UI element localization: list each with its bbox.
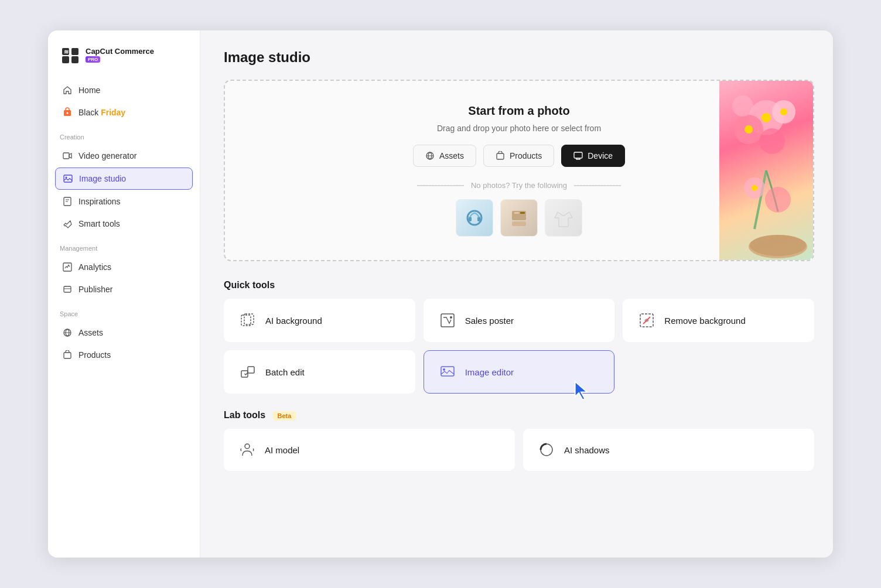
svg-rect-22: [512, 221, 526, 226]
upload-buttons: Assets Products Device: [244, 145, 794, 167]
video-generator-label: Video generator: [78, 151, 136, 160]
image-editor-icon: [438, 363, 457, 381]
svg-rect-21: [520, 212, 525, 214]
inspirations-icon: [62, 196, 73, 207]
publisher-icon: [62, 284, 73, 295]
logo-area: ≋ CapCut Commerce PRO: [48, 45, 200, 80]
sidebar-item-home[interactable]: Home: [55, 80, 193, 101]
svg-text:≋: ≋: [64, 49, 69, 55]
ai-model-icon: [238, 440, 257, 459]
remove-background-label: Remove background: [664, 316, 745, 326]
nav-home-section: Home Black Friday: [48, 80, 200, 124]
assets-btn-label: Assets: [439, 151, 464, 160]
black-friday-text: Black Friday: [78, 108, 125, 117]
assets-icon: [62, 327, 73, 338]
beta-badge: Beta: [273, 411, 296, 421]
smart-tools-icon: [62, 218, 73, 229]
tool-ai-model[interactable]: AI model: [224, 429, 515, 471]
upload-area[interactable]: Start from a photo Drag and drop your ph…: [224, 80, 814, 261]
svg-rect-15: [574, 152, 582, 158]
sidebar-item-black-friday[interactable]: Black Friday: [55, 102, 193, 123]
batch-edit-icon: [238, 363, 257, 381]
device-button[interactable]: Device: [561, 145, 625, 167]
main-content: Image studio Start from a photo Drag and…: [200, 30, 833, 558]
flower-decoration: [719, 81, 813, 260]
products-button[interactable]: Products: [483, 145, 554, 167]
assets-button[interactable]: Assets: [413, 145, 476, 167]
logo-text: CapCut Commerce PRO: [86, 47, 154, 62]
creation-label: Creation: [55, 124, 193, 145]
svg-point-27: [732, 95, 753, 117]
sidebar-item-analytics[interactable]: Analytics: [55, 257, 193, 278]
svg-point-35: [750, 235, 806, 256]
video-generator-icon: [62, 151, 73, 161]
tool-sales-poster[interactable]: Sales poster: [424, 299, 615, 342]
sample-makeup[interactable]: [500, 199, 538, 237]
inspirations-label: Inspirations: [78, 197, 121, 206]
svg-point-28: [762, 113, 771, 122]
ai-background-label: AI background: [265, 316, 322, 326]
svg-rect-44: [441, 367, 454, 376]
sidebar-item-assets[interactable]: Assets: [55, 322, 193, 343]
svg-rect-2: [62, 56, 69, 63]
tool-ai-background[interactable]: AI background: [224, 299, 415, 342]
tool-batch-edit[interactable]: Batch edit: [224, 350, 415, 394]
logo-sub: PRO: [86, 56, 154, 63]
app-container: ≋ CapCut Commerce PRO Home: [48, 30, 833, 558]
svg-point-46: [245, 444, 250, 449]
svg-rect-14: [497, 153, 504, 159]
smart-tools-label: Smart tools: [78, 219, 120, 228]
svg-point-9: [66, 177, 67, 179]
svg-rect-1: [71, 48, 78, 55]
tool-image-editor[interactable]: Image editor: [424, 350, 615, 394]
sidebar-item-products[interactable]: Products: [55, 344, 193, 365]
device-btn-label: Device: [588, 151, 613, 160]
sales-poster-label: Sales poster: [465, 316, 514, 326]
batch-edit-label: Batch edit: [265, 367, 305, 377]
svg-point-45: [443, 368, 445, 371]
upload-title: Start from a photo: [244, 104, 794, 118]
logo-brand: CapCut Commerce: [86, 47, 154, 56]
logo-icon: ≋: [60, 45, 81, 66]
cursor-indicator: [572, 380, 590, 401]
home-icon: [62, 85, 73, 95]
lab-tools-title: Lab tools Beta: [224, 410, 814, 421]
ai-shadows-icon: [537, 440, 556, 459]
home-label: Home: [78, 86, 100, 95]
sidebar-item-inspirations[interactable]: Inspirations: [55, 191, 193, 212]
svg-rect-43: [248, 367, 254, 373]
quick-tools-grid: AI background Sales poster: [224, 299, 814, 394]
remove-background-icon: [637, 311, 656, 330]
sidebar-item-image-studio[interactable]: Image studio: [55, 167, 193, 190]
page-title: Image studio: [224, 49, 814, 66]
svg-point-30: [780, 108, 787, 115]
products-btn-label: Products: [510, 151, 542, 160]
sidebar: ≋ CapCut Commerce PRO Home: [48, 30, 200, 558]
svg-rect-20: [514, 212, 519, 214]
analytics-label: Analytics: [78, 262, 111, 272]
svg-rect-3: [71, 56, 78, 63]
svg-rect-8: [64, 175, 72, 182]
sidebar-item-smart-tools[interactable]: Smart tools: [55, 213, 193, 234]
sample-headphones[interactable]: [456, 199, 493, 237]
svg-point-33: [752, 185, 757, 191]
products-icon: [62, 350, 73, 360]
svg-point-39: [450, 316, 452, 319]
tool-ai-shadows[interactable]: AI shadows: [523, 429, 814, 471]
no-photos-label: No photos? Try the following: [244, 181, 794, 190]
sidebar-item-video-generator[interactable]: Video generator: [55, 145, 193, 166]
sidebar-item-publisher[interactable]: Publisher: [55, 279, 193, 300]
management-label: Management: [55, 235, 193, 257]
black-friday-icon: [62, 107, 73, 118]
svg-point-29: [745, 125, 753, 134]
sample-shirt[interactable]: [545, 199, 582, 237]
svg-point-6: [67, 112, 69, 114]
products-label: Products: [78, 350, 111, 360]
nav-creation-section: Creation Video generator: [48, 124, 200, 235]
svg-line-41: [643, 317, 650, 324]
assets-label: Assets: [78, 328, 103, 337]
image-editor-label: Image editor: [465, 367, 514, 377]
analytics-icon: [62, 262, 73, 272]
space-label: Space: [55, 301, 193, 322]
tool-remove-background[interactable]: Remove background: [623, 299, 814, 342]
